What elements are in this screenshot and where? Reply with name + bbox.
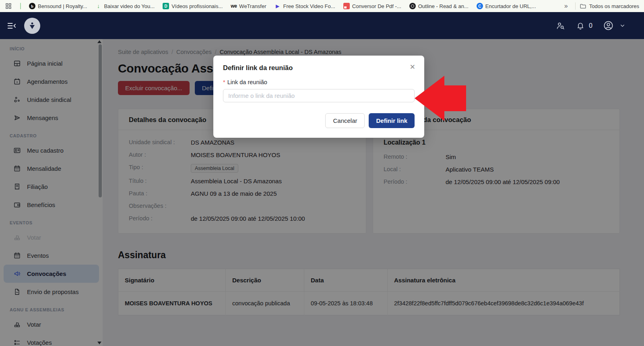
pdf-icon: [343, 3, 350, 9]
bookmark-encurtador-url[interactable]: C Encurtador de URL,...: [477, 3, 536, 9]
meeting-link-input[interactable]: [223, 89, 415, 102]
hamburger-collapse-icon: [6, 21, 17, 31]
app-header: 0: [0, 12, 644, 39]
bensound-icon: b: [29, 3, 35, 9]
apps-grid-icon[interactable]: [5, 2, 12, 10]
link-field-label: * Link da reunião: [223, 79, 415, 85]
bookmark-baixar-video[interactable]: ↓ Baixar video do You...: [95, 3, 155, 9]
bookmark-wetransfer[interactable]: we WeTransfer: [231, 3, 266, 9]
user-search-button[interactable]: [555, 21, 565, 31]
define-link-modal: Definir link da reunião ✕ * Link da reun…: [213, 56, 424, 138]
cancel-button[interactable]: Cancelar: [325, 113, 365, 128]
bookmark-label: Baixar video do You...: [104, 3, 155, 9]
download-icon: ↓: [95, 3, 101, 9]
globe-icon: [409, 3, 416, 9]
bookmark-label: Vídeos profissionais...: [171, 3, 223, 9]
bookmark-label: Conversor De Pdf -...: [352, 3, 401, 9]
user-search-icon: [555, 21, 565, 31]
play-icon: ▶: [275, 3, 281, 9]
bookmark-free-stock-video[interactable]: ▶ Free Stock Video Fo...: [275, 3, 335, 9]
user-menu-button[interactable]: [603, 20, 625, 31]
close-icon[interactable]: ✕: [410, 64, 415, 70]
bookmark-label: Encurtador de URL,...: [485, 3, 536, 9]
bookmark-bensound[interactable]: b Bensound | Royalty...: [29, 3, 87, 9]
bookmarks-overflow-chevron[interactable]: »: [561, 2, 571, 10]
bookmark-outline[interactable]: Outline - Read & an...: [409, 3, 469, 9]
videos-icon: D: [163, 3, 169, 9]
notifications-button[interactable]: 0: [576, 21, 592, 31]
folder-icon: [580, 3, 586, 10]
required-asterisk: *: [223, 79, 225, 85]
url-icon: C: [477, 3, 483, 9]
browser-bookmarks-bar: b Bensound | Royalty... ↓ Baixar video d…: [0, 0, 644, 12]
collapse-sidebar-button[interactable]: [6, 21, 17, 31]
bookmark-label: Free Stock Video Fo...: [283, 3, 335, 9]
bell-icon: [576, 21, 585, 31]
wetransfer-icon: we: [231, 3, 237, 9]
bookmark-videos-profissionais[interactable]: D Vídeos profissionais...: [163, 3, 223, 9]
bookmark-label: Outline - Read & an...: [418, 3, 469, 9]
bookmark-label: WeTransfer: [239, 3, 266, 9]
avatar-icon: [603, 20, 614, 31]
submit-link-button[interactable]: Definir link: [369, 113, 415, 128]
all-bookmarks-button[interactable]: Todos os marcadores: [580, 3, 639, 10]
notification-count: 0: [589, 22, 592, 29]
bookmark-conversor-pdf[interactable]: Conversor De Pdf -...: [343, 3, 401, 9]
app-logo: [24, 18, 40, 34]
modal-title: Definir link da reunião: [223, 64, 415, 72]
bookmark-label: Bensound | Royalty...: [38, 3, 87, 9]
bookmarks-divider: [20, 3, 21, 9]
bookmarks-divider: [575, 2, 576, 10]
chevron-down-icon: [619, 23, 625, 29]
all-bookmarks-label: Todos os marcadores: [589, 3, 639, 9]
